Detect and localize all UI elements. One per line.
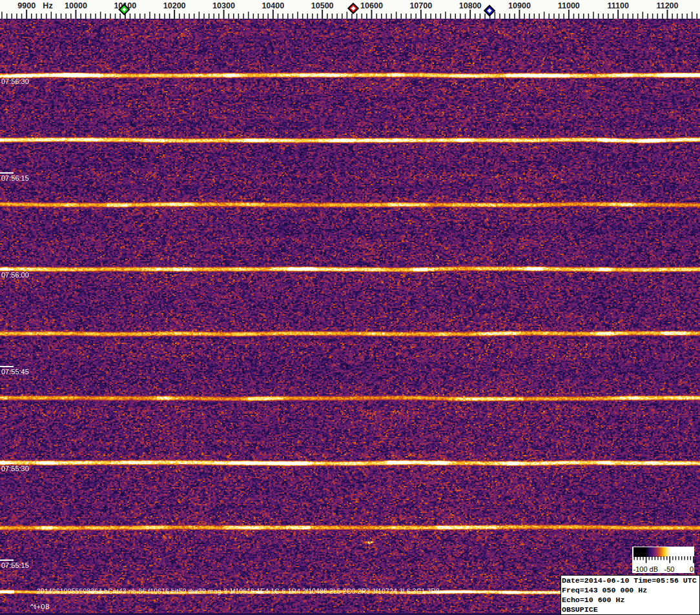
svg-text:11200: 11200 bbox=[656, 1, 678, 10]
svg-text:11100: 11100 bbox=[608, 1, 629, 10]
svg-text:10700: 10700 bbox=[409, 1, 432, 10]
svg-text:10400: 10400 bbox=[262, 1, 284, 10]
svg-text:10300: 10300 bbox=[212, 1, 235, 10]
svg-text:10900: 10900 bbox=[508, 1, 531, 10]
svg-text:9900: 9900 bbox=[17, 1, 36, 10]
svg-text:0: 0 bbox=[690, 565, 694, 572]
svg-text:10500: 10500 bbox=[311, 1, 334, 10]
svg-text:-50: -50 bbox=[664, 565, 675, 572]
svg-text:-100 dB: -100 dB bbox=[633, 565, 659, 572]
svg-text:10000: 10000 bbox=[65, 1, 87, 10]
svg-text:10600: 10600 bbox=[360, 1, 383, 10]
svg-text:11000: 11000 bbox=[558, 1, 580, 10]
svg-text:Hz: Hz bbox=[43, 1, 52, 10]
svg-text:10800: 10800 bbox=[459, 1, 482, 10]
svg-text:10200: 10200 bbox=[163, 1, 186, 10]
